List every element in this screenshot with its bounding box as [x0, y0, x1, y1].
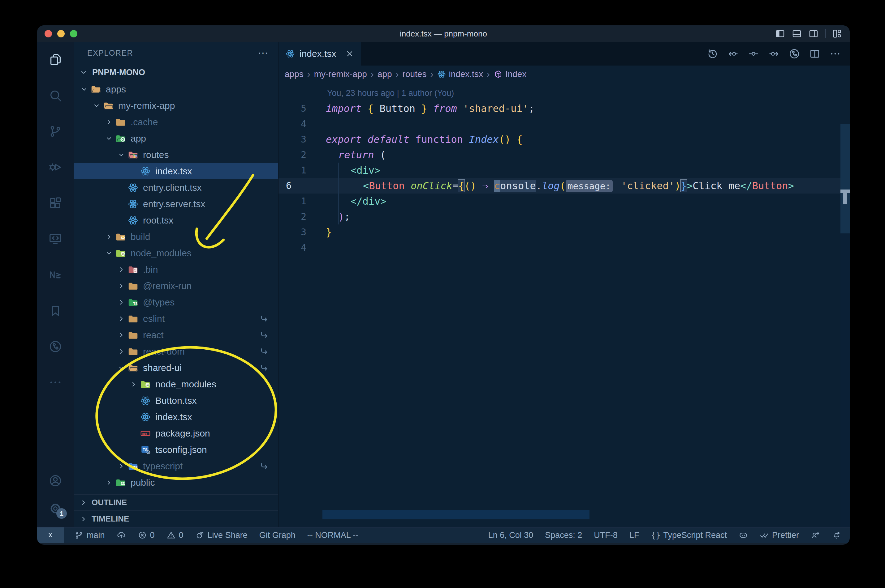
tree-item-button-tsx[interactable]: Button.tsx: [74, 392, 278, 409]
status-indentation[interactable]: Spaces: 2: [545, 527, 582, 543]
tree-item--bin[interactable]: 0110 .bin: [74, 261, 278, 278]
tree-item-react-dom[interactable]: react-dom: [74, 343, 278, 360]
activity-search-button[interactable]: [48, 88, 63, 103]
code-line-4[interactable]: 4: [278, 116, 850, 132]
timeline-section-header[interactable]: TIMELINE: [74, 510, 278, 527]
code-line-1[interactable]: 1 <div>: [278, 163, 850, 178]
status-vim-mode[interactable]: -- NORMAL --: [307, 527, 358, 543]
tree-item-label: shared-ui: [143, 363, 182, 373]
titlebar: index.tsx — pnpm-mono: [37, 26, 850, 42]
status-notifications[interactable]: [832, 527, 841, 543]
code-line-5[interactable]: 5 import { Button } from 'shared-ui';: [278, 101, 850, 116]
status-problems-errors[interactable]: 0: [138, 527, 155, 543]
tree-item-typescript[interactable]: TS typescript: [74, 458, 278, 474]
toggle-primary-sidebar-button[interactable]: [775, 28, 786, 39]
status-live-share[interactable]: Live Share: [195, 527, 248, 543]
tree-item-routes[interactable]: routes: [74, 147, 278, 163]
tree-item--cache[interactable]: .cache: [74, 114, 278, 130]
tree-item-entry-server-tsx[interactable]: entry.server.tsx: [74, 196, 278, 212]
status-cursor-position[interactable]: Ln 6, Col 30: [488, 527, 533, 543]
tree-item-eslint[interactable]: eslint: [74, 310, 278, 327]
status-remote-indicator[interactable]: [37, 527, 64, 543]
breadcrumb-routes[interactable]: routes: [403, 69, 427, 79]
activity-run-and-debug-button[interactable]: [48, 160, 63, 174]
tree-item-index-tsx[interactable]: index.tsx: [74, 409, 278, 425]
status-formatter[interactable]: Prettier: [760, 527, 799, 543]
status-sync[interactable]: [117, 527, 126, 543]
tree-item-apps[interactable]: apps: [74, 81, 278, 98]
tree-item-root-tsx[interactable]: root.tsx: [74, 212, 278, 228]
next-change-button[interactable]: [768, 48, 780, 60]
status-eol[interactable]: LF: [629, 527, 639, 543]
remote-status-icon: [46, 531, 55, 540]
status-copilot[interactable]: [739, 527, 748, 543]
code-area[interactable]: You, 23 hours ago | 1 author (You) 5 imp…: [278, 83, 850, 527]
tree-item-entry-client-tsx[interactable]: entry.client.tsx: [74, 179, 278, 196]
tree-item-index-tsx[interactable]: index.tsx: [74, 163, 278, 179]
activity-more-views-button[interactable]: [48, 375, 63, 390]
tree-item-package-json[interactable]: npm package.json: [74, 425, 278, 441]
code-line-4[interactable]: 4: [278, 240, 850, 255]
tree-item-public[interactable]: public: [74, 474, 278, 490]
activity-source-control-button[interactable]: [48, 124, 63, 138]
breadcrumb-index-tsx[interactable]: index.tsx: [437, 69, 483, 79]
open-git-graph-button[interactable]: [789, 48, 800, 60]
breadcrumb-my-remix-app[interactable]: my-remix-app: [314, 69, 367, 79]
status-bar-left: main 0 0 Live Share Git Graph -- NORMAL …: [37, 527, 370, 543]
status-git-graph[interactable]: Git Graph: [259, 527, 295, 543]
tree-item-app[interactable]: app: [74, 130, 278, 147]
horizontal-scrollbar[interactable]: [322, 510, 590, 519]
toggle-panel-button[interactable]: [792, 28, 802, 39]
split-editor-button[interactable]: [809, 48, 821, 60]
code-line-1[interactable]: 1 </div>: [278, 194, 850, 209]
previous-change-button[interactable]: [727, 48, 739, 60]
scrollbar-thumb[interactable]: [840, 124, 850, 233]
timeline-history-button[interactable]: [707, 48, 718, 60]
code-line-2[interactable]: 2 );: [278, 209, 850, 225]
breadcrumb-separator: ›: [487, 69, 490, 80]
tree-item--types[interactable]: TS @types: [74, 294, 278, 310]
tab-index-tsx[interactable]: index.tsx: [278, 42, 361, 66]
status-feedback[interactable]: [811, 527, 820, 543]
activity-git-graph-button[interactable]: [48, 339, 63, 354]
breadcrumb-app[interactable]: app: [378, 69, 392, 79]
breadcrumb-index[interactable]: Index: [494, 69, 527, 79]
symlink-icon: [260, 314, 269, 323]
outline-section-header[interactable]: OUTLINE: [74, 494, 278, 510]
chevron-down-icon: [103, 249, 115, 258]
tree-item-tsconfig-json[interactable]: TS tsconfig.json: [74, 441, 278, 458]
code-line-2[interactable]: 2 return (: [278, 147, 850, 163]
sidebar-more-actions-button[interactable]: ⋯: [258, 46, 269, 59]
customize-layout-button[interactable]: [832, 28, 842, 39]
tree-item-build[interactable]: build: [74, 228, 278, 245]
gitlens-change-button[interactable]: [748, 48, 759, 60]
status-branch[interactable]: main: [74, 527, 105, 543]
tree-item-react[interactable]: react: [74, 327, 278, 343]
activity-bookmarks-button[interactable]: [48, 304, 63, 318]
close-tab-icon[interactable]: [345, 50, 354, 58]
tree-item-node-modules[interactable]: JS node_modules: [74, 376, 278, 392]
activity-remote-explorer-button[interactable]: [48, 232, 63, 246]
vertical-scrollbar[interactable]: [840, 124, 850, 527]
toggle-secondary-sidebar-button[interactable]: [808, 28, 819, 39]
more-actions-button[interactable]: [829, 48, 841, 60]
activity-settings-button[interactable]: 1: [48, 501, 63, 516]
tree-item-shared-ui[interactable]: shared-ui: [74, 360, 278, 376]
activity-extensions-button[interactable]: [48, 196, 63, 210]
activity-explorer-button[interactable]: [48, 52, 63, 67]
code-line-6[interactable]: 6 <Button onClick={() ⇒ console.log(mess…: [278, 178, 850, 194]
status-language-mode[interactable]: {} TypeScript React: [651, 527, 727, 543]
activity-accounts-button[interactable]: [48, 474, 63, 488]
tree-item--remix-run[interactable]: @remix-run: [74, 278, 278, 294]
breadcrumb-apps[interactable]: apps: [285, 69, 304, 79]
workspace-section-header[interactable]: PNPM-MONO: [74, 64, 278, 81]
code-line-3[interactable]: 3 export default function Index() {: [278, 132, 850, 147]
tree-item-my-remix-app[interactable]: my-remix-app: [74, 98, 278, 114]
code-line-3[interactable]: 3 }: [278, 225, 850, 240]
status-encoding[interactable]: UTF-8: [594, 527, 618, 543]
status-problems-warnings[interactable]: 0: [167, 527, 184, 543]
sidebar-header: EXPLORER ⋯: [74, 42, 278, 64]
activity-nx-console-button[interactable]: [48, 268, 63, 282]
tab-label: index.tsx: [300, 48, 336, 59]
tree-item-node-modules[interactable]: JS node_modules: [74, 245, 278, 261]
